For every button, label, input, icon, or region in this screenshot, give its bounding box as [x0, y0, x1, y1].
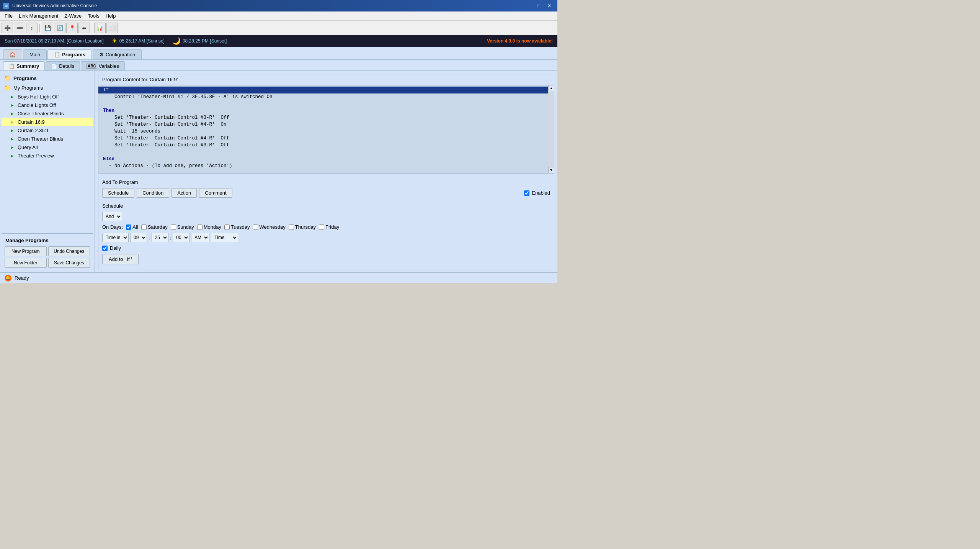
details-tab-icon: 📄 [51, 63, 57, 69]
tab-main[interactable]: Main [23, 49, 47, 59]
add-to-if-button[interactable]: Add to ' If ' [102, 254, 139, 264]
programs-label-text: Programs [13, 75, 37, 81]
toolbar-window-button[interactable]: ⬜ [106, 23, 118, 33]
days-row: On Days: All Saturday Sunday [102, 224, 550, 230]
and-or-select[interactable]: And Or [102, 212, 122, 221]
undo-changes-button[interactable]: Undo Changes [48, 246, 90, 256]
time-type-select[interactable]: Time Sunrise Sunset [211, 233, 238, 242]
toolbar-sort-button[interactable]: ↕ [26, 23, 38, 33]
maximize-button[interactable]: □ [534, 2, 544, 10]
program-item-boys-hall[interactable]: ▶ Boys Hall Light Off [2, 92, 93, 101]
save-changes-button[interactable]: Save Changes [48, 258, 90, 268]
sunset-display: 🌙 08:28:25 PM [Sunset] [172, 37, 227, 45]
sub-tab-variables-label: Variables [99, 63, 119, 69]
and-or-row: And Or [102, 212, 550, 221]
colon-separator-1: : [149, 235, 150, 241]
monday-checkbox[interactable] [197, 225, 203, 230]
ampm-select[interactable]: AM PM [191, 233, 209, 242]
config-tab-icon: ⚙ [99, 52, 104, 57]
add-to-if-container: Add to ' If ' [102, 254, 550, 264]
time-is-select[interactable]: Time is Before After [102, 233, 129, 242]
sub-tab-variables[interactable]: ABC Variables [81, 61, 125, 70]
program-item-curtain169[interactable]: ▶ Curtain 16:9 [2, 118, 93, 126]
version-suffix: is now available! [515, 38, 553, 44]
schedule-button[interactable]: Schedule [102, 188, 134, 198]
toolbar-locate-button[interactable]: 📍 [66, 23, 78, 33]
scroll-up-arrow[interactable]: ▲ [548, 85, 554, 91]
tab-configuration[interactable]: ⚙ Configuration [93, 49, 142, 59]
toolbar-back-button[interactable]: ⬅ [78, 23, 90, 33]
comment-button[interactable]: Comment [199, 188, 232, 198]
new-program-button[interactable]: New Program [5, 246, 47, 256]
home-icon: 🏠 [10, 52, 16, 57]
saturday-checkbox[interactable] [141, 225, 147, 230]
thursday-checkbox[interactable] [289, 225, 294, 230]
prog-label-7: Theater Preview [18, 153, 54, 159]
saturday-label[interactable]: Saturday [148, 224, 168, 230]
wednesday-label[interactable]: Wednesday [259, 224, 285, 230]
menu-zwave[interactable]: Z-Wave [61, 12, 85, 20]
condition-button[interactable]: Condition [137, 188, 169, 198]
menu-bar: File Link Management Z-Wave Tools Help [0, 11, 557, 21]
sunday-checkbox[interactable] [171, 225, 176, 230]
thursday-label[interactable]: Thursday [295, 224, 316, 230]
sub-tab-summary[interactable]: 📋 Summary [3, 61, 45, 70]
schedule-section: Schedule And Or On Days: All [102, 202, 550, 266]
prog-label-4: Curtain 2.35:1 [18, 128, 49, 133]
menu-help[interactable]: Help [103, 12, 119, 20]
program-code-area[interactable]: If Control 'Theater-Mini #1 / 3F.45.8E -… [98, 85, 554, 173]
monday-label[interactable]: Monday [204, 224, 221, 230]
toolbar-refresh-button[interactable]: 🔄 [54, 23, 65, 33]
program-item-candle[interactable]: ▶ Candle Lights Off [2, 101, 93, 109]
folder-my-programs[interactable]: 📁 My Programs [2, 83, 93, 92]
enabled-checkbox[interactable] [524, 190, 529, 196]
program-item-close-theater[interactable]: ▶ Close Theater Blinds [2, 109, 93, 118]
split-layout: 📁 Programs 📁 My Programs ▶ Boys Hall Lig… [0, 71, 557, 272]
tab-programs[interactable]: 📋 Programs [47, 49, 92, 59]
title-bar: 🖥 Universal Devices Administrative Conso… [0, 0, 557, 11]
program-item-open-theater[interactable]: ▶ Open Theater Blinds [2, 134, 93, 143]
program-item-query-all[interactable]: ▶ Query All [2, 143, 93, 151]
version-prefix: Version [487, 38, 505, 44]
toolbar-add-button[interactable]: ➕ [2, 23, 13, 33]
scroll-down-arrow[interactable]: ▼ [548, 167, 554, 173]
add-program-buttons: Schedule Condition Action Comment Enable… [102, 188, 550, 198]
toolbar-remove-button[interactable]: ➖ [14, 23, 25, 33]
second-select[interactable]: 00 05 10 15 [173, 233, 189, 242]
menu-link-management[interactable]: Link Management [16, 12, 61, 20]
close-button[interactable]: ✕ [544, 2, 554, 10]
sunday-label[interactable]: Sunday [177, 224, 194, 230]
sub-tab-details[interactable]: 📄 Details [46, 61, 80, 70]
enabled-label[interactable]: Enabled [532, 190, 550, 196]
menu-file[interactable]: File [2, 12, 16, 20]
program-item-curtain235[interactable]: ▶ Curtain 2.35:1 [2, 126, 93, 134]
friday-checkbox[interactable] [319, 225, 324, 230]
all-day-check: All [126, 224, 138, 230]
all-label[interactable]: All [132, 224, 138, 230]
thursday-check: Thursday [289, 224, 316, 230]
tuesday-label[interactable]: Tuesday [231, 224, 250, 230]
tuesday-checkbox[interactable] [224, 225, 230, 230]
toolbar-save-button[interactable]: 💾 [42, 23, 53, 33]
add-to-program-title: Add To Program [102, 179, 550, 185]
friday-label[interactable]: Friday [325, 224, 339, 230]
all-checkbox[interactable] [126, 225, 131, 230]
daily-checkbox[interactable] [102, 246, 108, 251]
enabled-checkbox-group: Enabled [524, 190, 550, 196]
daily-label[interactable]: Daily [110, 245, 121, 251]
prog-icon-1: ▶ [9, 102, 15, 108]
version-display: Version 4.9.0 is now available! [487, 38, 553, 44]
action-button[interactable]: Action [172, 188, 197, 198]
minute-select[interactable]: 25 00 05 10 15 20 30 [152, 233, 168, 242]
code-line-set1: Set 'Theater- Curtain Control #3-R' Off [98, 114, 554, 121]
menu-tools[interactable]: Tools [85, 12, 102, 20]
toolbar-chart-button[interactable]: 📊 [94, 23, 106, 33]
new-folder-button[interactable]: New Folder [5, 258, 47, 268]
scroll-track[interactable] [548, 91, 554, 167]
wednesday-checkbox[interactable] [253, 225, 258, 230]
program-item-theater-preview[interactable]: ▶ Theater Preview [2, 151, 93, 160]
tab-home[interactable]: 🏠 [3, 49, 22, 59]
hour-select[interactable]: 09 10 11 12 [130, 233, 147, 242]
code-scrollbar[interactable]: ▲ ▼ [548, 85, 554, 173]
minimize-button[interactable]: ─ [523, 2, 533, 10]
